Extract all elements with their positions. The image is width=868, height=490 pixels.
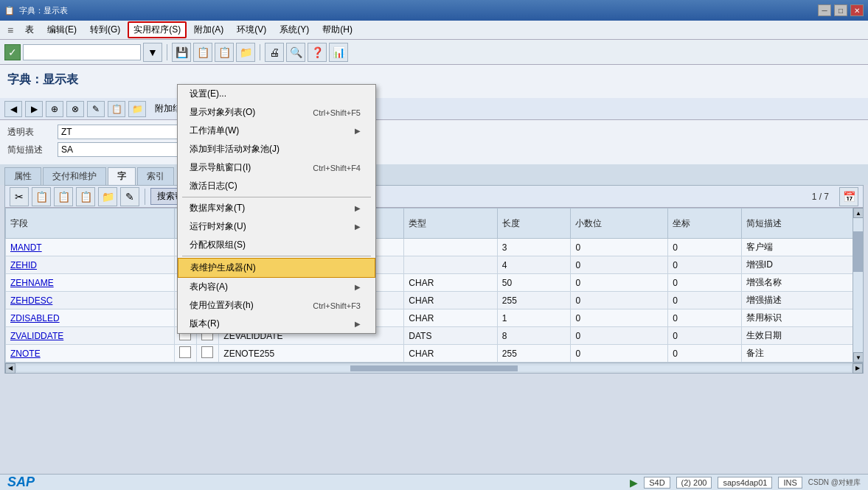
status-server: saps4dap01 — [718, 477, 772, 489]
close-button[interactable]: ✕ — [850, 4, 864, 16]
tb-open[interactable]: 📁 — [236, 43, 255, 62]
dd-worklist-arrow: ▶ — [355, 127, 361, 135]
field-link-mandt[interactable]: MANDT — [10, 242, 42, 253]
dd-add-inactive[interactable]: 添加到非活动对象池(J) — [178, 140, 375, 158]
field-link-zehid[interactable]: ZEHID — [10, 260, 37, 270]
coord-zehname: 0 — [668, 274, 742, 292]
scroll-thumb[interactable] — [853, 231, 863, 272]
dd-show-obj-list[interactable]: 显示对象列表(O) Ctrl+Shift+F5 — [178, 103, 375, 122]
dd-runtime-obj[interactable]: 运行时对象(U) ▶ — [178, 217, 375, 236]
tb-help[interactable]: ❓ — [308, 43, 327, 62]
tab-fields[interactable]: 字 — [108, 167, 136, 185]
tb-chart[interactable]: 📊 — [329, 43, 348, 62]
dd-version[interactable]: 版本(R) ▶ — [178, 315, 375, 333]
table-row: ZNOTE ZENOTE255 CHAR 255 0 0 备注 — [6, 345, 863, 363]
dd-show-nav[interactable]: 显示导航窗口(I) Ctrl+Shift+F4 — [178, 158, 375, 177]
dd-table-content-label: 表内容(A) — [190, 281, 228, 293]
minimize-button[interactable]: ─ — [818, 4, 831, 16]
menu-utilities[interactable]: 实用程序(S) — [128, 21, 187, 38]
menu-environment[interactable]: 环境(V) — [231, 21, 272, 38]
field-link-zehdesc[interactable]: ZEHDESC — [10, 295, 52, 306]
app-icon: 📋 — [4, 6, 15, 15]
type-mandt — [404, 239, 498, 256]
menu-edit[interactable]: 编辑(E) — [41, 21, 83, 38]
vertical-scrollbar[interactable]: ▲ ▼ — [853, 208, 863, 363]
calendar-icon[interactable]: 📅 — [839, 187, 858, 206]
menu-help[interactable]: 帮助(H) — [316, 21, 358, 38]
dd-activate-log[interactable]: 激活日志(C) — [178, 177, 375, 195]
window-controls: ─ □ ✕ — [818, 4, 864, 16]
tb-copy3[interactable]: 📋 — [54, 187, 73, 206]
tb-save[interactable]: 💾 — [172, 43, 191, 62]
type-zdisabled: CHAR — [404, 309, 498, 327]
nav-forward[interactable]: ▶ — [25, 101, 43, 117]
dd-separator-1 — [182, 197, 371, 197]
dd-table-content-arrow: ▶ — [355, 283, 361, 291]
scroll-down-arrow[interactable]: ▼ — [853, 352, 863, 363]
tab-properties[interactable]: 属性 — [4, 167, 41, 185]
table-row: ZEHNAME ZEEHNAME CHAR 50 0 0 增强名称 — [6, 274, 863, 292]
transparent-input[interactable] — [58, 125, 190, 139]
tab-delivery[interactable]: 交付和维护 — [43, 167, 106, 185]
tb-folder2[interactable]: 📁 — [98, 187, 117, 206]
tb-paste[interactable]: 📋 — [215, 43, 234, 62]
tb-edit2[interactable]: ✎ — [120, 187, 139, 206]
dd-settings[interactable]: 设置(E)... — [178, 85, 375, 103]
dd-db-obj[interactable]: 数据库对象(T) ▶ — [178, 199, 375, 217]
tb-copy[interactable]: 📋 — [193, 43, 212, 62]
length-zvaliddate: 8 — [497, 327, 571, 345]
menu-system[interactable]: 系统(Y) — [274, 21, 315, 38]
nav-edit[interactable]: ✎ — [87, 101, 105, 117]
field-link-zvaliddate[interactable]: ZVALIDDATE — [10, 331, 63, 341]
field-link-zehname[interactable]: ZEHNAME — [10, 278, 54, 288]
col-length: 长度 — [497, 209, 571, 239]
form-area: 透明表 简短描述 — [0, 120, 868, 164]
fieldname-znote: ZENOTE255 — [219, 345, 404, 363]
tb-cut[interactable]: ✂ — [10, 187, 29, 206]
tb-copy4[interactable]: 📋 — [76, 187, 95, 206]
toolbar-input[interactable] — [23, 44, 141, 60]
dd-worklist[interactable]: 工作清单(W) ▶ — [178, 122, 375, 140]
menu-icon: ≡ — [3, 23, 18, 38]
dd-table-content[interactable]: 表内容(A) ▶ — [178, 278, 375, 296]
check-button[interactable]: ✓ — [4, 44, 21, 60]
dd-show-nav-label: 显示导航窗口(I) — [190, 161, 251, 174]
desc-zvaliddate: 生效日期 — [741, 327, 862, 345]
tb-copy2[interactable]: 📋 — [32, 187, 51, 206]
menu-table[interactable]: 表 — [19, 21, 40, 38]
dd-separator-2 — [182, 256, 371, 256]
coord-zvaliddate: 0 — [668, 327, 742, 345]
tb-separator-1 — [167, 44, 167, 60]
menu-extras[interactable]: 附加(A) — [188, 21, 229, 38]
maximize-button[interactable]: □ — [834, 4, 847, 16]
dd-assign-auth[interactable]: 分配权限组(S) — [178, 236, 375, 254]
dd-worklist-label: 工作清单(W) — [190, 125, 239, 137]
table-wrapper: 字段 键 初始 字段名 类型 长度 小数位 坐标 简短描述 MANDT — [5, 208, 863, 363]
dd-usage-list[interactable]: 使用位置列表(h) Ctrl+Shift+F3 — [178, 296, 375, 315]
scroll-up-arrow[interactable]: ▲ — [853, 208, 863, 218]
scroll-right-arrow[interactable]: ▶ — [853, 363, 863, 374]
menu-goto[interactable]: 转到(G) — [84, 21, 126, 38]
nav-copy[interactable]: 📋 — [108, 101, 125, 117]
page-title: 字典：显示表 — [7, 69, 861, 91]
tb-search[interactable]: 🔍 — [286, 43, 305, 62]
dd-table-maint[interactable]: 表维护生成器(N) — [178, 258, 375, 278]
nav-delete[interactable]: ⊗ — [66, 101, 84, 117]
col-decimal: 小数位 — [571, 209, 668, 239]
field-link-znote[interactable]: ZNOTE — [10, 349, 41, 359]
init-check-znote[interactable] — [201, 346, 213, 358]
nav-back[interactable]: ◀ — [4, 101, 22, 117]
tb-print[interactable]: 🖨 — [265, 43, 284, 62]
nav-folder[interactable]: 📁 — [128, 101, 146, 117]
field-link-zdisabled[interactable]: ZDISABLED — [10, 313, 60, 323]
col-desc: 简短描述 — [741, 209, 862, 239]
scroll-left-arrow[interactable]: ◀ — [5, 363, 15, 374]
decimal-zehid: 0 — [571, 256, 668, 274]
nav-add[interactable]: ⊕ — [46, 101, 63, 117]
dd-activate-log-label: 激活日志(C) — [190, 180, 237, 192]
key-check-znote[interactable] — [179, 346, 191, 358]
h-scroll-thumb[interactable] — [350, 365, 517, 371]
tb-dropdown-arrow[interactable]: ▼ — [143, 43, 162, 62]
tab-index[interactable]: 索引 — [137, 167, 174, 185]
length-zehid: 4 — [497, 256, 571, 274]
